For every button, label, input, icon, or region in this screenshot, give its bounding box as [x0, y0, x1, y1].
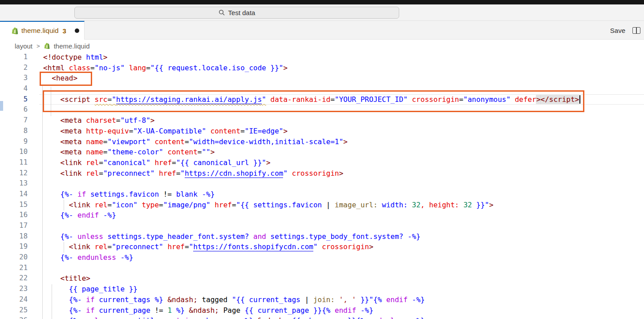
- line-number[interactable]: 19: [0, 242, 28, 252]
- line-number[interactable]: 9: [0, 137, 28, 147]
- line-number[interactable]: 1: [0, 52, 28, 63]
- code-line[interactable]: {%- if current_tags %} &ndash; tagged "{…: [43, 295, 580, 305]
- search-label: Test data: [228, 9, 255, 16]
- code-line[interactable]: <link rel="icon" type="image/png" href="…: [43, 200, 580, 210]
- line-number[interactable]: 10: [0, 147, 28, 157]
- tab-theme-liquid[interactable]: theme.liquid 3: [0, 21, 85, 40]
- annotation-box-script-tag: [43, 90, 584, 112]
- line-number[interactable]: 24: [0, 295, 28, 305]
- line-number[interactable]: 4: [0, 84, 28, 94]
- breadcrumb: layout > theme.liquid: [0, 40, 644, 52]
- unsaved-dot-indicator[interactable]: [75, 28, 79, 33]
- gutter-decoration: [0, 101, 3, 111]
- toolbar: Test data: [0, 4, 644, 21]
- search-icon: [219, 9, 225, 16]
- annotation-box-head-tag: [40, 72, 92, 86]
- line-number[interactable]: 25: [0, 305, 28, 316]
- code-line[interactable]: [43, 263, 580, 274]
- code-line[interactable]: {%- endif -%}: [43, 210, 580, 221]
- code-line[interactable]: {%- if current_page != 1 %} &ndash; Page…: [43, 305, 580, 316]
- code-line[interactable]: [43, 221, 580, 231]
- tab-problems-badge: 3: [63, 27, 66, 35]
- line-number[interactable]: 8: [0, 126, 28, 137]
- chevron-right-icon: >: [36, 43, 40, 49]
- code-line[interactable]: {{ page_title }}: [43, 284, 580, 295]
- line-number[interactable]: 13: [0, 178, 28, 189]
- line-number[interactable]: 3: [0, 73, 28, 84]
- editor-actions: Save: [610, 21, 640, 40]
- code-line[interactable]: <title>: [43, 273, 580, 284]
- breadcrumb-folder[interactable]: layout: [15, 42, 32, 50]
- line-number[interactable]: 2: [0, 63, 28, 73]
- code-line[interactable]: <link rel="canonical" href="{{ canonical…: [43, 157, 580, 168]
- line-number[interactable]: 11: [0, 157, 28, 168]
- line-number[interactable]: 5: [0, 94, 28, 105]
- code-line[interactable]: <link rel="preconnect" href="https://fon…: [43, 242, 580, 252]
- line-number[interactable]: 23: [0, 284, 28, 295]
- line-number[interactable]: 16: [0, 210, 28, 221]
- code-line[interactable]: {%- if settings.favicon != blank -%}: [43, 189, 580, 200]
- search-input[interactable]: Test data: [74, 7, 399, 19]
- code-line[interactable]: <link rel="preconnect" href="https://cdn…: [43, 168, 580, 179]
- line-number[interactable]: 21: [0, 263, 28, 274]
- shopify-icon: [12, 27, 18, 34]
- indent-guide: [42, 85, 43, 319]
- code-line[interactable]: <head>: [43, 73, 580, 84]
- line-number[interactable]: 6: [0, 105, 28, 115]
- split-editor-icon[interactable]: [632, 27, 640, 34]
- shopify-icon: [44, 43, 50, 49]
- code-line[interactable]: <!doctype html>: [43, 52, 580, 63]
- code-line[interactable]: <meta charset="utf-8">: [43, 115, 580, 126]
- line-number[interactable]: 14: [0, 189, 28, 200]
- breadcrumb-file[interactable]: theme.liquid: [54, 42, 90, 50]
- line-number[interactable]: 18: [0, 231, 28, 242]
- code-line[interactable]: {%- unless page_title contains shop.name…: [43, 315, 580, 319]
- line-number[interactable]: 22: [0, 273, 28, 284]
- line-number[interactable]: 12: [0, 168, 28, 179]
- line-number[interactable]: 17: [0, 221, 28, 231]
- window-top-edge: [0, 0, 644, 4]
- gutter: 1234567891011121314151617181920212223242…: [0, 52, 28, 319]
- code-line[interactable]: [43, 178, 580, 189]
- save-button[interactable]: Save: [610, 27, 625, 34]
- code-line[interactable]: <meta name="viewport" content="width=dev…: [43, 137, 580, 147]
- line-number[interactable]: 20: [0, 252, 28, 263]
- code-line[interactable]: {%- unless settings.type_header_font.sys…: [43, 231, 580, 242]
- line-number[interactable]: 15: [0, 200, 28, 210]
- line-number[interactable]: 26: [0, 315, 28, 319]
- code-line[interactable]: <meta name="theme-color" content="">: [43, 147, 580, 157]
- code-line[interactable]: <meta http-equiv="X-UA-Compatible" conte…: [43, 126, 580, 137]
- line-number[interactable]: 7: [0, 115, 28, 126]
- tab-file-name: theme.liquid: [21, 27, 59, 35]
- code-line[interactable]: <html class="no-js" lang="{{ request.loc…: [43, 63, 580, 73]
- tab-strip: theme.liquid 3 Save: [0, 21, 644, 40]
- code-line[interactable]: {%- endunless -%}: [43, 252, 580, 263]
